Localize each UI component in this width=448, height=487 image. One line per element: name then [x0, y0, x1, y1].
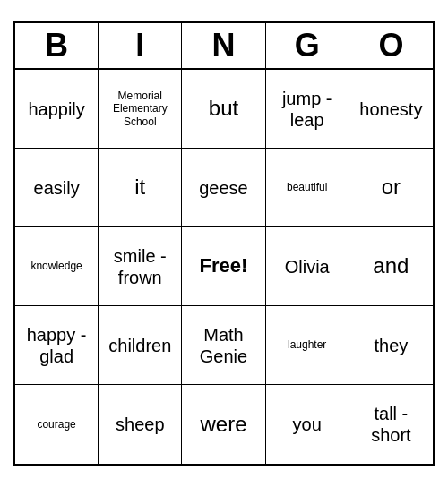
cell-text: they	[374, 335, 408, 356]
cell-text: tall - short	[353, 403, 429, 446]
bingo-cell[interactable]: or	[349, 149, 433, 227]
bingo-grid: happilyMemorial Elementary Schoolbutjump…	[15, 70, 433, 464]
bingo-cell[interactable]: but	[182, 70, 265, 149]
bingo-cell[interactable]: were	[182, 385, 265, 464]
bingo-cell[interactable]: it	[99, 149, 182, 227]
bingo-cell[interactable]: tall - short	[349, 385, 433, 464]
cell-text: it	[134, 175, 145, 201]
cell-text: or	[382, 175, 401, 201]
bingo-cell[interactable]: courage	[15, 385, 99, 464]
header-letter: N	[182, 23, 265, 68]
cell-text: knowledge	[30, 260, 82, 272]
cell-text: Free!	[200, 254, 248, 278]
bingo-cell[interactable]: jump - leap	[266, 70, 349, 149]
cell-text: smile - frown	[102, 245, 177, 288]
bingo-cell[interactable]: happily	[15, 70, 99, 149]
cell-text: Olivia	[285, 256, 330, 278]
bingo-cell[interactable]: Olivia	[266, 227, 349, 306]
bingo-cell[interactable]: Free!	[182, 227, 265, 306]
bingo-cell[interactable]: they	[349, 306, 433, 385]
bingo-cell[interactable]: honesty	[349, 70, 433, 149]
bingo-cell[interactable]: knowledge	[15, 227, 99, 306]
bingo-cell[interactable]: Math Genie	[182, 306, 265, 385]
cell-text: happy - glad	[19, 324, 94, 367]
cell-text: but	[209, 96, 238, 122]
bingo-cell[interactable]: children	[99, 306, 182, 385]
cell-text: geese	[199, 177, 248, 199]
cell-text: you	[293, 414, 322, 435]
cell-text: Memorial Elementary School	[102, 90, 177, 128]
header-letter: O	[349, 23, 433, 68]
cell-text: laughter	[288, 338, 326, 351]
bingo-cell[interactable]: sheep	[99, 385, 182, 464]
header-letter: B	[15, 23, 99, 68]
bingo-cell[interactable]: geese	[182, 149, 265, 227]
cell-text: and	[373, 253, 409, 279]
bingo-cell[interactable]: smile - frown	[99, 227, 182, 306]
bingo-cell[interactable]: Memorial Elementary School	[99, 70, 182, 149]
cell-text: Math Genie	[185, 324, 261, 367]
cell-text: sheep	[116, 414, 165, 435]
bingo-card: BINGO happilyMemorial Elementary Schoolb…	[13, 21, 435, 466]
header-letter: G	[266, 23, 349, 68]
bingo-cell[interactable]: beautiful	[266, 149, 349, 227]
cell-text: were	[200, 412, 246, 438]
cell-text: beautiful	[287, 181, 327, 193]
cell-text: happily	[28, 98, 84, 120]
bingo-header: BINGO	[15, 23, 433, 70]
bingo-cell[interactable]: you	[266, 385, 349, 464]
header-letter: I	[99, 23, 182, 68]
bingo-cell[interactable]: laughter	[266, 306, 349, 385]
bingo-cell[interactable]: easily	[15, 149, 99, 227]
bingo-cell[interactable]: and	[349, 227, 433, 306]
cell-text: honesty	[359, 98, 422, 120]
cell-text: jump - leap	[270, 88, 345, 131]
cell-text: children	[108, 335, 171, 356]
cell-text: easily	[34, 177, 80, 199]
bingo-cell[interactable]: happy - glad	[15, 306, 99, 385]
cell-text: courage	[37, 418, 75, 431]
